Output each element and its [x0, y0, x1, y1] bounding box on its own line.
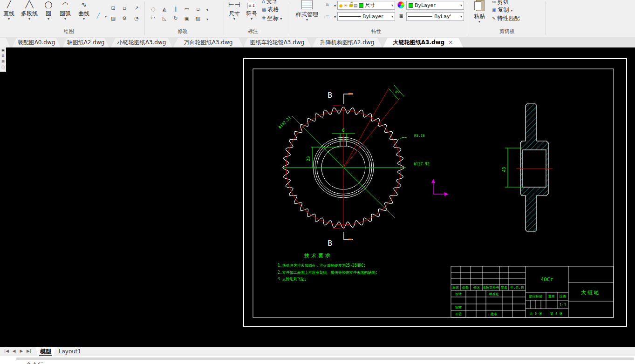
doc-tab-label: 图纸车轮轮毂A3.dwg: [250, 39, 305, 46]
doc-tab-label: 升降机构图纸A2.dwg: [320, 39, 375, 46]
doc-tab[interactable]: 轴图纸A2.dwg: [62, 38, 109, 47]
tool-label: 圆: [41, 10, 56, 17]
sheet-outer-border: [244, 59, 627, 327]
tool-label: 圆弧: [56, 10, 75, 17]
mini-tool-icon[interactable]: ⊞: [0, 53, 6, 59]
paste-button[interactable]: 粘贴 ▾: [470, 0, 489, 24]
document-tab-bar: 装配图A0.dwg 轴图纸A2.dwg 小链轮图纸A3.dwg 万向轮图纸A3.…: [0, 37, 635, 47]
command-line-area[interactable]: 命令行: [0, 356, 635, 364]
nav-next-button[interactable]: ▶: [18, 349, 25, 353]
dropdown-arrow-icon: ▾: [41, 17, 56, 21]
erase-icon[interactable]: ◌: [149, 6, 157, 13]
dropdown-arrow-icon[interactable]: ▾: [203, 16, 212, 23]
doc-tab-label: 轴图纸A2.dwg: [67, 39, 105, 46]
object-color-combo[interactable]: ByLayer ▾: [406, 1, 464, 10]
nav-prev-button[interactable]: ◀: [10, 349, 18, 353]
layout1-tab[interactable]: Layout1: [56, 347, 84, 357]
cut-button[interactable]: ✂剪切: [492, 0, 508, 6]
copy-button[interactable]: ▣复制 ▾: [492, 6, 512, 13]
dropdown-arrow-icon: ▾: [18, 17, 41, 21]
offset-icon[interactable]: ∥: [171, 6, 180, 13]
dropdown-arrow-icon[interactable]: ▾: [203, 7, 212, 14]
small-item-label: 特性匹配: [497, 15, 519, 21]
dropdown-arrow-icon: ▾: [391, 14, 393, 19]
linetype-combo[interactable]: ByLayer ▾: [337, 12, 395, 21]
model-tab-label: 模型: [39, 348, 52, 356]
doc-tab[interactable]: 小链轮图纸A3.dwg: [111, 38, 172, 47]
coordinate-tool[interactable]: #坐标 ▾: [262, 14, 282, 22]
style-manager-button[interactable]: 样式管理 ▾: [293, 0, 321, 22]
annotate-panel-label: 标注: [231, 28, 275, 35]
spline-icon: ∿: [75, 0, 93, 8]
layer-on-bulb-icon: ●: [339, 3, 343, 8]
linetype-list-icon[interactable]: ≣: [397, 13, 405, 20]
model-tab[interactable]: 模型: [35, 347, 56, 357]
color-wheel-icon[interactable]: [397, 1, 404, 8]
hatch-icon[interactable]: ▨: [109, 15, 117, 22]
section-label-top: B: [328, 91, 332, 100]
doc-tab[interactable]: 万向轮图纸A3.dwg: [173, 38, 243, 47]
section-mark-bottom: [344, 232, 353, 240]
dropdown-arrow-icon: ▾: [56, 17, 75, 21]
tool-polyline[interactable]: ╱╲ 多段线 ▾: [18, 0, 41, 21]
doc-tab[interactable]: 升降机构图纸A2.dwg: [312, 38, 382, 47]
boundary-icon[interactable]: ⊡: [109, 5, 117, 12]
fillet-icon[interactable]: ◠: [149, 15, 157, 22]
small-item-label: 文字: [266, 0, 278, 5]
tool-label: 曲线: [75, 10, 93, 17]
doc-tab[interactable]: 装配图A0.dwg: [12, 38, 61, 47]
draw-panel-label: 绘图: [47, 28, 91, 35]
doc-tab-active[interactable]: 大链轮图纸A3.dwg×: [383, 38, 463, 47]
tb-scale-value: 1:1: [560, 303, 567, 307]
linetype2-combo[interactable]: ByLay' ▾: [406, 12, 464, 21]
symbol-icon: ⊕.1: [243, 0, 260, 8]
mini-tool-icon[interactable]: ◫: [0, 64, 6, 70]
box-icon[interactable]: ▣: [183, 15, 191, 22]
match-properties-button[interactable]: ✎特性匹配: [492, 14, 519, 22]
match-properties-brush-icon: ✎: [492, 16, 496, 21]
dropdown-arrow-icon: ▾: [243, 17, 260, 21]
close-icon[interactable]: ×: [448, 39, 453, 46]
tool-dimension[interactable]: ⊢⊣ 尺寸 ▾: [226, 0, 242, 21]
tool-line[interactable]: ╱ 直线 ▾: [1, 0, 17, 21]
drawing-canvas[interactable]: 8° 6 23 Φ142.21 Φ127.92 R3.18 B B 43 技术要…: [0, 47, 635, 347]
tb-header: 签名: [501, 286, 507, 290]
angle-ray-1: [343, 88, 389, 168]
tool-arc[interactable]: ◠ 圆弧 ▾: [56, 0, 75, 21]
tool-spline[interactable]: ∿ 曲线 ▾: [75, 0, 93, 21]
mini-tool-icon[interactable]: ▣: [0, 47, 6, 53]
leader-arrow-icon[interactable]: ↗: [132, 5, 141, 12]
tool-label: 符号: [243, 10, 260, 17]
table-tool[interactable]: ▦表格: [262, 6, 279, 13]
rotate-icon[interactable]: ↻: [171, 15, 180, 22]
hatch-edit-icon[interactable]: ▨: [194, 15, 202, 22]
doc-tab[interactable]: 图纸车轮轮毂A3.dwg: [243, 38, 311, 47]
clipboard-panel-label: 剪切板: [485, 28, 529, 35]
mini-tool-icon[interactable]: ▤: [0, 59, 6, 64]
small-item-label: 表格: [267, 6, 279, 13]
layer-combo[interactable]: ● ☀ ▤ 尺寸 ▾: [337, 1, 395, 10]
doc-tab-label: 装配图A0.dwg: [18, 39, 55, 46]
tb-design: 设计: [455, 292, 462, 296]
mirror-icon[interactable]: ◭: [160, 6, 169, 13]
tool-circle[interactable]: ◯ 圆 ▾: [41, 0, 56, 21]
wipeout-icon[interactable]: ▫: [120, 5, 129, 12]
paste-clipboard-icon: [474, 0, 485, 11]
tb-part-name: 大链轮: [581, 290, 601, 296]
tb-sheet-no: 第 4 张: [550, 312, 563, 316]
modify-panel-label: 修改: [160, 28, 205, 35]
tool-symbol[interactable]: ⊕.1 符号 ▾: [243, 0, 260, 21]
small-item-label: 坐标: [267, 15, 278, 21]
chamfer-icon[interactable]: ◺: [160, 15, 169, 22]
region-icon[interactable]: ◔: [132, 15, 141, 22]
gear-block-icon[interactable]: ⚙: [120, 15, 129, 22]
command-bar-handle[interactable]: [16, 357, 634, 360]
rectangle-icon[interactable]: ▭: [183, 6, 191, 13]
rect-array-icon[interactable]: ▫: [194, 6, 202, 13]
tech-req-title: 技术要求: [304, 253, 332, 259]
text-tool[interactable]: A文字: [262, 0, 278, 5]
nav-first-button[interactable]: |◀: [3, 349, 10, 353]
properties-panel-label: 特性: [354, 28, 399, 35]
nav-last-button[interactable]: ▶|: [25, 349, 33, 353]
line-icon: ╱: [1, 0, 17, 8]
